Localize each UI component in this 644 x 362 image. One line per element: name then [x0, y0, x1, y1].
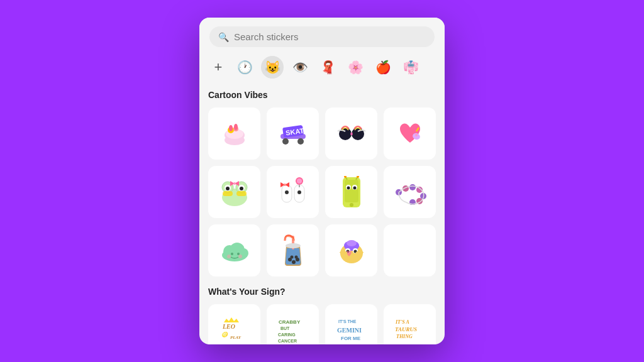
- sticker-gemini[interactable]: IT'S THE GEMINI FOR ME: [325, 304, 377, 344]
- sticker-empty: [384, 224, 436, 277]
- svg-text:TAURUS: TAURUS: [395, 326, 417, 332]
- svg-point-39: [350, 203, 353, 207]
- svg-point-42: [347, 186, 350, 189]
- cartoon-vibes-grid: SKATE: [208, 107, 436, 277]
- svg-text:♌: ♌: [221, 331, 229, 337]
- svg-text:CANCER: CANCER: [278, 339, 297, 343]
- search-bar[interactable]: 🔍: [209, 26, 435, 47]
- svg-text:GEMINI: GEMINI: [337, 327, 362, 334]
- svg-point-35: [297, 178, 302, 184]
- svg-point-66: [290, 255, 293, 258]
- svg-text:PLAY: PLAY: [230, 335, 242, 340]
- svg-text:FOR ME: FOR ME: [341, 336, 361, 341]
- svg-point-59: [231, 253, 233, 255]
- search-icon: 🔍: [218, 32, 229, 42]
- category-cat6[interactable]: 👘: [399, 56, 422, 79]
- svg-rect-27: [223, 191, 233, 196]
- category-bar: + 🕐 😺 👁️ 🧣 🌸 🍎 👘: [199, 53, 445, 85]
- sticker-bracelet[interactable]: [384, 166, 436, 218]
- svg-point-60: [237, 253, 240, 255]
- search-bar-container: 🔍: [199, 18, 445, 53]
- svg-point-24: [226, 187, 230, 190]
- sticker-taurus[interactable]: IT'S A TAURUS THING: [384, 304, 436, 344]
- svg-point-33: [284, 184, 286, 186]
- category-cat4[interactable]: 🌸: [344, 56, 367, 79]
- category-cat1[interactable]: 😺: [261, 56, 284, 79]
- sticker-frog-eyes[interactable]: [208, 166, 260, 218]
- sticker-alien-heart[interactable]: [325, 224, 377, 277]
- svg-text:IT'S THE: IT'S THE: [338, 319, 357, 324]
- search-input[interactable]: [234, 31, 426, 42]
- svg-point-5: [229, 125, 233, 131]
- svg-rect-38: [345, 180, 358, 202]
- svg-point-25: [240, 187, 243, 190]
- sticker-heart-unicorn[interactable]: [384, 107, 436, 160]
- sticker-skateboard[interactable]: SKATE: [267, 107, 319, 160]
- svg-point-31: [285, 190, 289, 194]
- sticker-cloud[interactable]: [208, 224, 260, 277]
- sticker-glasses[interactable]: [325, 107, 377, 160]
- svg-text:IT'S A: IT'S A: [395, 319, 409, 325]
- category-cat2[interactable]: 👁️: [289, 56, 311, 79]
- svg-point-69: [286, 243, 301, 248]
- section-title-cartoon: Cartoon Vibes: [208, 90, 436, 100]
- svg-point-32: [297, 190, 301, 194]
- svg-point-26: [233, 182, 236, 185]
- svg-point-8: [282, 138, 289, 145]
- sticker-leo[interactable]: LEO ♌ PLAY: [208, 304, 260, 344]
- svg-point-18: [415, 134, 418, 136]
- sticker-teacup[interactable]: [208, 107, 260, 160]
- svg-text:LEO: LEO: [222, 323, 235, 330]
- svg-point-67: [294, 255, 297, 258]
- svg-point-62: [238, 255, 242, 258]
- sticker-panel: 🔍 + 🕐 😺 👁️ 🧣 🌸 🍎 👘 Cartoon Vibes: [199, 18, 445, 344]
- svg-text:CRABBY: CRABBY: [279, 319, 301, 325]
- add-category-button[interactable]: +: [208, 57, 228, 77]
- svg-point-72: [347, 240, 357, 246]
- category-cat3[interactable]: 🧣: [316, 56, 339, 79]
- category-cat5[interactable]: 🍎: [372, 56, 394, 79]
- svg-point-64: [292, 260, 296, 264]
- sticker-cancer[interactable]: CRABBY BUT CARING CANCER: [267, 304, 319, 344]
- sticker-phone[interactable]: [325, 166, 377, 218]
- zodiac-grid: LEO ♌ PLAY CRABBY BUT CARING CANCER IT'S…: [208, 304, 436, 344]
- sticker-boba[interactable]: [267, 224, 319, 277]
- svg-point-6: [234, 124, 238, 130]
- svg-point-43: [353, 186, 356, 189]
- sticker-scroll-area[interactable]: Cartoon Vibes: [199, 85, 445, 344]
- svg-text:CARING: CARING: [278, 332, 296, 337]
- sticker-teeth[interactable]: [267, 166, 319, 218]
- section-title-zodiac: What's Your Sign?: [208, 287, 436, 297]
- category-recent[interactable]: 🕐: [233, 56, 256, 79]
- svg-text:BUT: BUT: [280, 326, 290, 331]
- svg-point-61: [227, 255, 231, 258]
- svg-point-50: [409, 184, 416, 190]
- svg-text:THING: THING: [396, 334, 413, 339]
- svg-point-9: [297, 138, 304, 145]
- svg-rect-28: [236, 191, 247, 196]
